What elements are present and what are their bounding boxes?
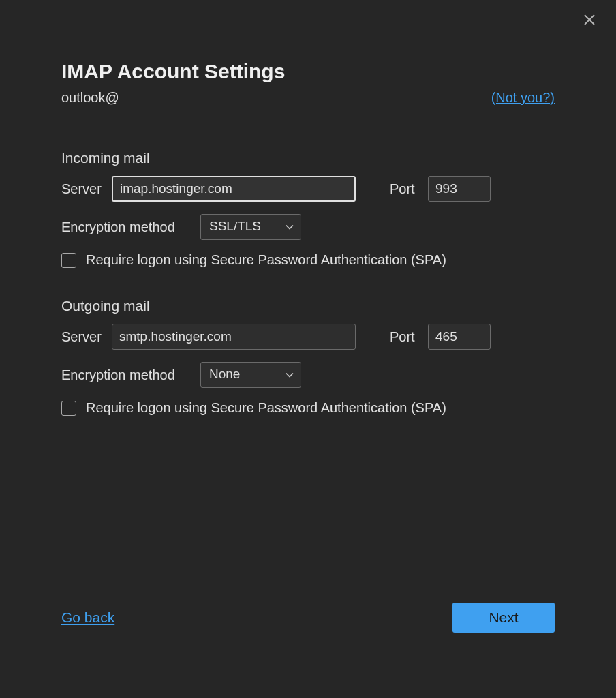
incoming-encryption-select[interactable]: SSL/TLS xyxy=(200,214,301,240)
not-you-link[interactable]: (Not you?) xyxy=(491,90,555,106)
account-email: outlook@ xyxy=(61,89,291,106)
outgoing-port-label: Port xyxy=(390,329,418,345)
incoming-section-title: Incoming mail xyxy=(61,150,555,166)
email-redacted xyxy=(121,89,291,106)
go-back-link[interactable]: Go back xyxy=(61,609,114,626)
next-button[interactable]: Next xyxy=(452,603,555,633)
incoming-port-input[interactable] xyxy=(428,176,491,202)
incoming-spa-checkbox[interactable] xyxy=(61,253,76,268)
outgoing-server-label: Server xyxy=(61,329,102,345)
incoming-port-label: Port xyxy=(390,181,418,197)
outgoing-encryption-select[interactable]: None xyxy=(200,362,301,388)
incoming-server-input[interactable] xyxy=(112,176,356,202)
email-prefix: outlook@ xyxy=(61,90,119,106)
incoming-spa-label[interactable]: Require logon using Secure Password Auth… xyxy=(86,252,446,268)
outgoing-spa-checkbox[interactable] xyxy=(61,401,76,416)
incoming-server-label: Server xyxy=(61,181,102,197)
outgoing-encryption-label: Encryption method xyxy=(61,367,191,383)
close-icon[interactable] xyxy=(582,12,597,27)
outgoing-server-input[interactable] xyxy=(112,324,356,350)
incoming-encryption-label: Encryption method xyxy=(61,219,191,235)
page-title: IMAP Account Settings xyxy=(61,60,555,83)
outgoing-section-title: Outgoing mail xyxy=(61,298,555,314)
outgoing-spa-label[interactable]: Require logon using Secure Password Auth… xyxy=(86,400,446,416)
outgoing-port-input[interactable] xyxy=(428,324,491,350)
